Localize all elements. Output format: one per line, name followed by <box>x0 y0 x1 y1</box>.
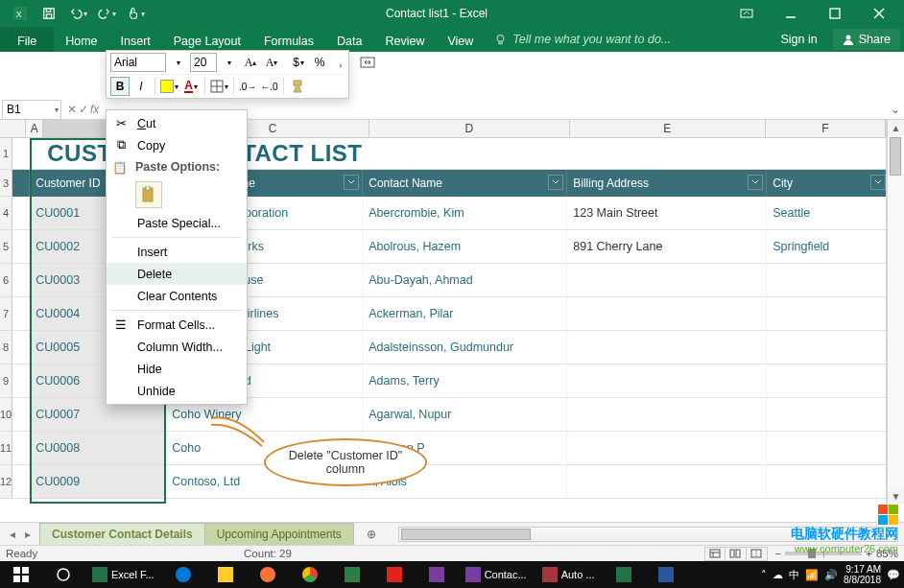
cell-contact[interactable]: Ackerman, Pilar <box>363 297 567 330</box>
ctx-copy[interactable]: ⧉Copy <box>107 134 247 156</box>
ribbon-display-icon[interactable] <box>726 0 768 27</box>
merge-center-icon[interactable] <box>358 53 377 72</box>
taskbar-item[interactable]: Contac... <box>458 561 535 588</box>
percent-format-icon[interactable]: % <box>310 53 329 72</box>
table-row[interactable]: CU0009 Contoso, Ltd k, Alois <box>12 465 887 499</box>
tab-review[interactable]: Review <box>373 27 436 52</box>
scroll-up-icon[interactable]: ▲ <box>888 120 904 135</box>
taskbar-item[interactable]: Excel F... <box>84 561 162 588</box>
save-icon[interactable] <box>36 2 61 25</box>
taskbar-recycle-icon[interactable] <box>331 561 373 588</box>
ctx-unhide[interactable]: Unhide <box>107 380 247 402</box>
tray-onedrive-icon[interactable]: ☁ <box>773 569 783 581</box>
hscroll-thumb[interactable] <box>401 529 531 540</box>
font-color-button[interactable]: A▾ <box>181 77 201 96</box>
share-button[interactable]: Share <box>833 29 900 50</box>
filter-dropdown-icon[interactable] <box>344 175 359 190</box>
cell-city[interactable]: Springfield <box>767 230 887 263</box>
cell-billing[interactable] <box>567 264 767 296</box>
row-header[interactable]: 1 <box>0 138 12 170</box>
system-clock[interactable]: 9:17 AM 8/8/2018 <box>844 564 881 585</box>
normal-view-icon[interactable] <box>704 547 726 561</box>
row-header[interactable]: 5 <box>0 230 12 264</box>
tell-me-search[interactable]: Tell me what you want to do... <box>494 27 671 52</box>
row-header[interactable]: 12 <box>0 465 12 499</box>
cell-billing[interactable] <box>567 297 767 330</box>
page-layout-view-icon[interactable] <box>726 547 747 561</box>
cell-city[interactable] <box>767 465 887 498</box>
increase-decimal-icon[interactable]: .0→ <box>238 77 257 96</box>
col-header-a[interactable]: A <box>26 120 43 137</box>
taskbar-item[interactable]: Auto ... <box>535 561 603 588</box>
paste-option-icon[interactable] <box>135 181 162 208</box>
page-break-view-icon[interactable] <box>747 547 768 561</box>
row-header[interactable]: 8 <box>0 331 12 365</box>
zoom-out-button[interactable]: − <box>775 548 782 559</box>
row-header[interactable]: 9 <box>0 365 12 398</box>
cell-city[interactable] <box>767 264 887 296</box>
cell-contact[interactable]: Abolrous, Hazem <box>363 230 567 263</box>
table-header-city[interactable]: City <box>767 170 887 197</box>
tray-ime-icon[interactable]: 中 <box>789 568 799 582</box>
format-painter-icon[interactable] <box>288 77 307 96</box>
tray-up-icon[interactable]: ˄ <box>761 569 767 581</box>
sign-in-link[interactable]: Sign in <box>769 27 828 52</box>
close-button[interactable] <box>858 0 900 27</box>
tab-view[interactable]: View <box>436 27 485 52</box>
ctx-column-width[interactable]: Column Width... <box>107 336 247 358</box>
cell-city[interactable] <box>767 331 887 364</box>
vertical-scrollbar[interactable]: ▲ ▼ <box>887 120 904 504</box>
cell-city[interactable]: Seattle <box>767 197 887 229</box>
enter-formula-icon[interactable]: ✓ <box>79 103 88 116</box>
tab-data[interactable]: Data <box>325 27 373 52</box>
taskbar-chrome-icon[interactable] <box>289 561 331 588</box>
cell-billing[interactable]: 123 Main Street <box>567 197 767 229</box>
taskbar-firefox-icon[interactable] <box>247 561 289 588</box>
fx-icon[interactable]: fx <box>90 103 99 116</box>
italic-button[interactable]: I <box>131 77 151 96</box>
start-button[interactable] <box>0 561 42 588</box>
cell-billing[interactable] <box>567 432 767 464</box>
tab-file[interactable]: File <box>0 27 54 52</box>
font-name-dropdown[interactable]: ▾ <box>169 53 188 72</box>
ctx-insert[interactable]: Insert <box>107 241 247 263</box>
cell-customer-id[interactable]: CU0008 <box>30 432 166 464</box>
taskbar-word-icon[interactable] <box>645 561 687 588</box>
maximize-button[interactable] <box>814 0 856 27</box>
cell-customer-id[interactable]: CU0009 <box>30 465 166 498</box>
row-header[interactable]: 3 <box>0 170 12 197</box>
filter-dropdown-icon[interactable] <box>870 175 886 190</box>
ctx-paste-special[interactable]: Paste Special... <box>107 212 247 234</box>
tray-volume-icon[interactable]: 🔊 <box>824 569 838 581</box>
filter-dropdown-icon[interactable] <box>548 175 563 190</box>
redo-icon[interactable]: ▾ <box>94 2 119 25</box>
font-name-input[interactable] <box>110 53 166 72</box>
cell-city[interactable] <box>767 432 887 464</box>
new-sheet-button[interactable]: ⊕ <box>360 523 383 546</box>
comma-format-icon[interactable]: , <box>331 53 350 72</box>
cell-contact[interactable]: Abercrombie, Kim <box>363 197 567 229</box>
cell-billing[interactable]: 891 Cherry Lane <box>567 230 767 263</box>
decrease-decimal-icon[interactable]: ←.0 <box>259 77 278 96</box>
ctx-delete[interactable]: Delete <box>107 263 247 285</box>
bold-button[interactable]: B <box>110 77 130 96</box>
ctx-format-cells[interactable]: ☰Format Cells... <box>107 314 247 336</box>
cell-contact[interactable]: Adams, Terry <box>363 365 567 397</box>
table-header-billing[interactable]: Billing Address <box>567 170 767 197</box>
fill-color-button[interactable]: ▾ <box>159 77 179 96</box>
accounting-format-icon[interactable]: $▾ <box>289 53 308 72</box>
increase-font-icon[interactable]: A▴ <box>241 53 260 72</box>
cortana-icon[interactable] <box>42 561 84 588</box>
tray-network-icon[interactable]: 📶 <box>805 569 819 581</box>
cell-city[interactable] <box>767 365 887 397</box>
cell-billing[interactable] <box>567 465 767 498</box>
expand-formula-bar-icon[interactable]: ⌄ <box>887 103 904 116</box>
tab-insert[interactable]: Insert <box>109 27 162 52</box>
table-header-contact[interactable]: Contact Name <box>363 170 567 197</box>
decrease-font-icon[interactable]: A▾ <box>262 53 281 72</box>
tab-home[interactable]: Home <box>54 27 108 52</box>
cell-billing[interactable] <box>567 398 767 431</box>
taskbar-excel-icon[interactable] <box>603 561 645 588</box>
touch-mode-icon[interactable]: ▾ <box>123 2 148 25</box>
sheet-tab-active[interactable]: Customer Contact Details <box>39 523 205 546</box>
